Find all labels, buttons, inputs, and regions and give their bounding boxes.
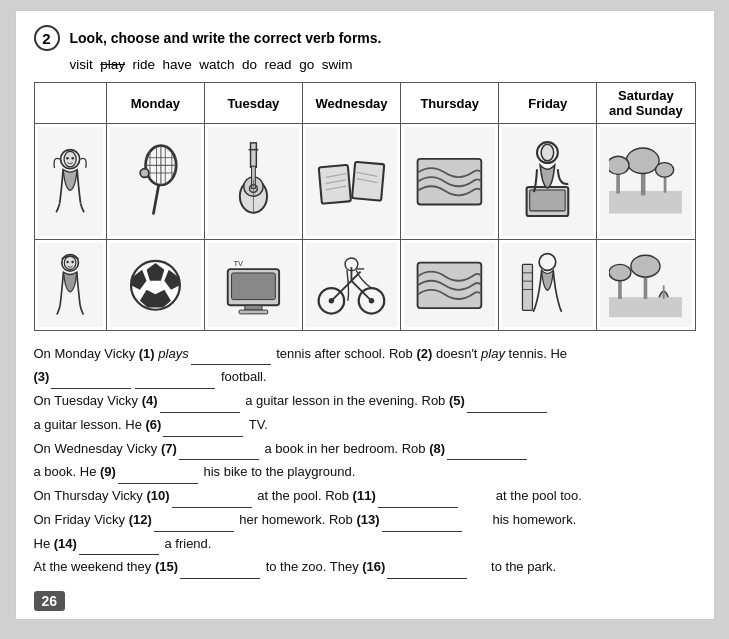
svg-rect-53: [239, 310, 268, 314]
word-bank: visit play ride have watch do read go sw…: [70, 57, 696, 72]
svg-rect-22: [319, 165, 351, 204]
svg-point-38: [609, 156, 629, 174]
line-5: On Wednesday Vicky (7) a book in her bed…: [34, 438, 696, 461]
svg-rect-15: [251, 143, 257, 167]
header-row: 2 Look, choose and write the correct ver…: [34, 25, 696, 51]
cell-rob-thursday: [401, 240, 499, 330]
line-9: He (14) a friend.: [34, 533, 696, 556]
cell-rob-tuesday: TV: [204, 240, 302, 330]
line-10: At the weekend they (15) to the zoo. The…: [34, 556, 696, 579]
svg-rect-67: [609, 297, 682, 317]
svg-point-31: [542, 144, 554, 161]
line-3: On Tuesday Vicky (4) a guitar lesson in …: [34, 390, 696, 413]
col-header-empty: [34, 83, 106, 124]
cell-rob-friday: [499, 240, 597, 330]
col-header-friday: Friday: [499, 83, 597, 124]
line-2: (3) football.: [34, 366, 696, 389]
svg-point-71: [609, 264, 631, 280]
svg-point-1: [64, 151, 76, 167]
cell-rob-weekend: [597, 240, 695, 330]
svg-point-69: [631, 255, 660, 277]
cell-vicky-weekend: [597, 124, 695, 240]
cell-vicky-friday: [499, 124, 597, 240]
col-header-thursday: Thursday: [401, 83, 499, 124]
svg-point-43: [66, 260, 68, 262]
svg-rect-51: [232, 273, 276, 300]
cell-vicky-monday: [106, 124, 204, 240]
svg-point-62: [539, 253, 556, 270]
svg-point-14: [140, 169, 149, 178]
svg-text:TV: TV: [233, 259, 244, 268]
cell-vicky-wednesday: [303, 124, 401, 240]
table-row-vicky: [34, 124, 695, 240]
cell-rob-wednesday: [303, 240, 401, 330]
page: 2 Look, choose and write the correct ver…: [15, 10, 715, 620]
col-header-tuesday: Tuesday: [204, 83, 302, 124]
cell-vicky-tuesday: [204, 124, 302, 240]
exercise-number: 2: [34, 25, 60, 51]
svg-point-36: [627, 148, 660, 174]
text-section: On Monday Vicky (1) plays tennis after s…: [34, 343, 696, 580]
svg-line-13: [153, 185, 158, 215]
col-header-monday: Monday: [106, 83, 204, 124]
line-1: On Monday Vicky (1) plays tennis after s…: [34, 343, 696, 366]
cell-rob-label: [34, 240, 106, 330]
page-number: 26: [34, 591, 66, 611]
cell-rob-monday: [106, 240, 204, 330]
instruction: Look, choose and write the correct verb …: [70, 30, 382, 46]
strikethrough-word: play: [100, 57, 125, 72]
line-4: a guitar lesson. He (6) TV.: [34, 414, 696, 437]
col-header-wednesday: Wednesday: [303, 83, 401, 124]
col-header-weekend: Saturdayand Sunday: [597, 83, 695, 124]
cell-vicky-thursday: [401, 124, 499, 240]
svg-point-44: [71, 260, 73, 262]
line-6: a book. He (9) his bike to the playgroun…: [34, 461, 696, 484]
table-row-rob: TV: [34, 240, 695, 330]
cell-vicky-label: [34, 124, 106, 240]
line-7: On Thursday Vicky (10) at the pool. Rob …: [34, 485, 696, 508]
line-8: On Friday Vicky (12) her homework. Rob (…: [34, 509, 696, 532]
svg-point-3: [71, 157, 74, 160]
svg-rect-63: [523, 264, 533, 310]
svg-rect-33: [530, 190, 565, 211]
schedule-table: Monday Tuesday Wednesday Thursday Friday…: [34, 82, 696, 331]
svg-point-2: [66, 157, 69, 160]
svg-rect-52: [245, 305, 262, 310]
svg-point-40: [656, 163, 674, 178]
